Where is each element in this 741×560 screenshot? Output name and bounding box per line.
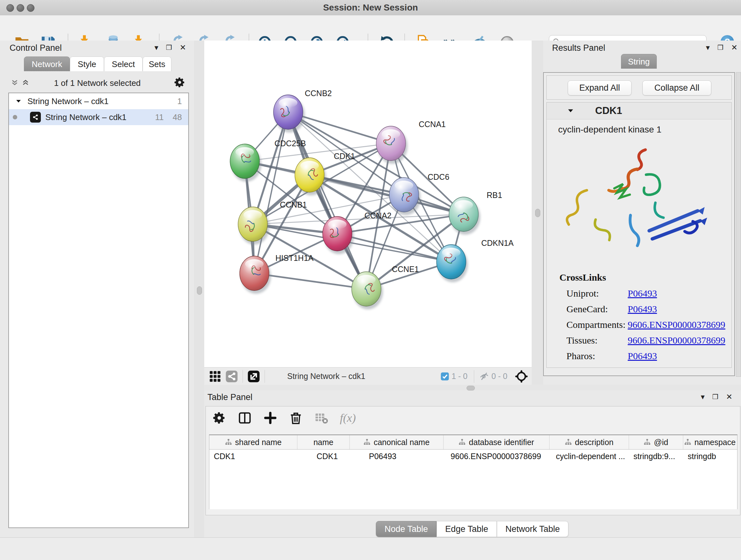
hierarchy-icon (363, 439, 370, 446)
tab-sets[interactable]: Sets (143, 57, 172, 71)
svg-text:CCNA2: CCNA2 (364, 211, 392, 220)
compartments-link[interactable]: 9606.ENSP00000378699 (628, 319, 725, 330)
grid-view-icon[interactable] (209, 370, 221, 383)
network-label: String Network – cdk1 (45, 112, 126, 122)
crosslink-row: Uniprot:P06493 (559, 288, 731, 299)
column-header-canonical-name[interactable]: canonical name (350, 435, 444, 449)
tab-edge-table[interactable]: Edge Table (436, 521, 497, 537)
birdseye-crosshair-icon[interactable] (515, 369, 529, 383)
float-panel-icon[interactable]: ❒ (712, 393, 718, 401)
network-status-dot (13, 115, 17, 119)
crosslink-row: Compartments:9606.ENSP00000378699 (559, 319, 731, 330)
string-network-graph[interactable]: CCNB2CCNA1CDC25BCDK1CDC6RB1CCNB1CCNA2CDK… (204, 41, 532, 367)
svg-text:CDKN1A: CDKN1A (481, 239, 514, 247)
edge-count: 48 (173, 112, 182, 122)
splitter-handle[interactable] (197, 287, 202, 295)
close-panel-icon[interactable]: ✕ (731, 44, 738, 51)
results-scrollbar[interactable] (736, 72, 741, 377)
control-panel-title: Control Panel (10, 43, 62, 53)
expand-all-button[interactable]: Expand All (568, 80, 631, 96)
tissues-link[interactable]: 9606.ENSP00000378699 (628, 335, 725, 346)
panel-menu-icon[interactable]: ▾ (706, 44, 710, 51)
show-columns-icon[interactable] (238, 411, 252, 425)
share-network-icon[interactable] (225, 370, 238, 383)
column-header-namespace[interactable]: namespace (683, 435, 737, 449)
float-panel-icon[interactable]: ❒ (166, 44, 172, 51)
tab-node-table[interactable]: Node Table (376, 521, 436, 537)
horizontal-splitter[interactable] (204, 385, 741, 390)
expand-all-icon[interactable] (22, 79, 29, 87)
uniprot-link[interactable]: P06493 (628, 288, 657, 299)
column-header-description[interactable]: description (549, 435, 629, 449)
node-count: 11 (155, 112, 164, 122)
footer-separator (265, 370, 265, 383)
crosslinks-title: CrossLinks (559, 272, 731, 283)
tab-style[interactable]: Style (70, 57, 104, 71)
table-settings-gear-icon[interactable] (212, 411, 226, 425)
svg-text:CDC6: CDC6 (428, 172, 449, 181)
delete-table-icon[interactable] (314, 411, 328, 425)
footer-separator (474, 370, 474, 383)
protein-name: CDK1 (595, 105, 622, 117)
cell-id[interactable]: stringdb:9... (629, 449, 683, 463)
control-panel: Control Panel ▾ ❒ ✕ Network Style Select… (0, 41, 194, 537)
delete-column-trash-icon[interactable] (289, 411, 303, 425)
table-panel: Table Panel ▾ ❒ ✕ f(x) (204, 390, 741, 537)
footer-separator (243, 370, 243, 383)
gear-icon[interactable] (174, 76, 186, 88)
panel-menu-icon[interactable]: ▾ (701, 393, 704, 401)
collapse-all-button[interactable]: Collapse All (643, 80, 711, 96)
svg-text:CDC25B: CDC25B (274, 139, 306, 148)
string-results-box: Expand All Collapse All CDK1 cyclin-depe… (543, 72, 735, 376)
splitter-handle[interactable] (467, 386, 475, 390)
cdk1-section: CDK1 cyclin-dependent kinase 1 (546, 102, 732, 368)
network-collection-row[interactable]: String Network – cdk1 1 (9, 93, 188, 109)
tab-string[interactable]: String (621, 54, 657, 69)
svg-text:CCNE1: CCNE1 (392, 265, 419, 273)
crosslink-row: Tissues:9606.ENSP00000378699 (559, 335, 731, 346)
cell-description[interactable]: cyclin-dependent ... (549, 449, 629, 463)
cell-shared-name[interactable]: CDK1 (209, 449, 297, 463)
column-header-shared-name[interactable]: shared name (209, 435, 297, 449)
create-column-plus-icon[interactable] (263, 411, 277, 425)
crosslinks-block: CrossLinks Uniprot:P06493 GeneCard:P0649… (547, 267, 731, 361)
svg-text:HIST1H1A: HIST1H1A (275, 253, 314, 262)
cell-name[interactable]: CDK1 (297, 449, 350, 463)
cell-canonical-name[interactable]: P06493 (350, 449, 444, 463)
tree-collapse-caret-icon[interactable] (15, 98, 22, 105)
splitter-handle[interactable] (535, 209, 540, 217)
close-panel-icon[interactable]: ✕ (180, 44, 186, 51)
cdk1-section-header[interactable]: CDK1 (547, 103, 731, 119)
column-header-name[interactable]: name (297, 435, 350, 449)
column-header-id[interactable]: @id (629, 435, 683, 449)
close-panel-icon[interactable]: ✕ (726, 393, 732, 401)
protein-structure-image (550, 137, 729, 267)
cell-namespace[interactable]: stringdb (683, 449, 737, 463)
tab-select[interactable]: Select (104, 57, 143, 71)
results-panel: Results Panel ▾ ❒ ✕ String Expand All Co… (543, 41, 741, 390)
column-header-database-identifier[interactable]: database identifier (444, 435, 549, 449)
section-collapse-caret-icon[interactable] (567, 107, 574, 114)
node-table: shared name name canonical name database… (209, 435, 738, 509)
network-canvas[interactable]: CCNB2CCNA1CDC25BCDK1CDC6RB1CCNB1CCNA2CDK… (204, 41, 532, 367)
tab-network-table[interactable]: Network Table (497, 521, 569, 537)
network-row-selected[interactable]: String Network – cdk1 11 48 (9, 109, 188, 125)
crosslink-row: Pharos:P06493 (559, 351, 731, 361)
hidden-eye-slash-icon[interactable] (479, 372, 489, 381)
vertical-splitter-left[interactable] (194, 41, 204, 537)
tab-network[interactable]: Network (24, 57, 70, 71)
open-in-window-icon[interactable] (247, 370, 260, 383)
cell-database-identifier[interactable]: 9606.ENSP00000378699 (444, 449, 549, 463)
genecard-link[interactable]: P06493 (628, 304, 657, 314)
hierarchy-icon (684, 439, 691, 446)
selected-checkbox-icon[interactable] (440, 372, 450, 381)
table-row[interactable]: CDK1 CDK1 P06493 9606.ENSP00000378699 cy… (209, 449, 737, 463)
panel-menu-icon[interactable]: ▾ (154, 44, 158, 51)
vertical-splitter-right[interactable] (532, 41, 543, 385)
function-builder-button[interactable]: f(x) (340, 411, 356, 425)
pharos-link[interactable]: P06493 (628, 351, 657, 361)
float-panel-icon[interactable]: ❒ (718, 44, 724, 51)
string-network-icon (30, 112, 41, 123)
results-panel-title: Results Panel (552, 43, 605, 53)
collapse-all-icon[interactable] (11, 79, 18, 87)
